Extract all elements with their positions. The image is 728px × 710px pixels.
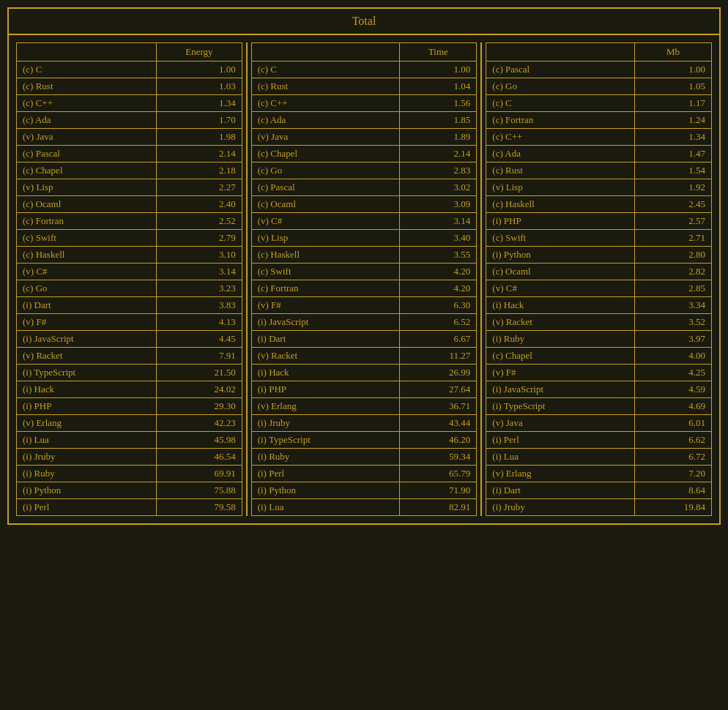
value-cell: 4.13 xyxy=(157,314,242,331)
table-row: (i) Dart6.67 xyxy=(251,331,477,348)
value-cell: 3.14 xyxy=(157,264,242,280)
value-cell: 71.90 xyxy=(400,482,477,499)
lang-cell: (i) Jruby xyxy=(486,499,635,516)
table-row: (c) Chapel2.14 xyxy=(251,146,477,162)
value-cell: 3.97 xyxy=(634,331,711,348)
lang-cell: (c) C++ xyxy=(486,129,635,146)
energy-value-header: Energy xyxy=(157,43,242,61)
lang-cell: (c) Swift xyxy=(486,230,635,247)
energy-lang-header xyxy=(17,43,157,61)
value-cell: 1.03 xyxy=(157,78,242,95)
value-cell: 26.99 xyxy=(400,365,477,381)
table-row: (i) PHP29.30 xyxy=(17,398,242,415)
table-row: (i) PHP2.57 xyxy=(486,213,712,230)
value-cell: 4.20 xyxy=(400,280,477,297)
table-row: (c) C++1.34 xyxy=(17,95,242,112)
value-cell: 2.57 xyxy=(634,213,711,230)
value-cell: 1.85 xyxy=(400,112,477,129)
lang-cell: (i) JavaScript xyxy=(17,331,157,348)
lang-cell: (c) Fortran xyxy=(486,112,635,129)
value-cell: 4.00 xyxy=(634,348,711,365)
table-row: (c) Haskell2.45 xyxy=(486,196,712,213)
lang-cell: (c) C++ xyxy=(251,95,400,112)
lang-cell: (i) Python xyxy=(251,482,400,499)
mb-lang-header xyxy=(486,43,635,61)
lang-cell: (i) Hack xyxy=(486,297,635,314)
table-row: (v) F#4.25 xyxy=(486,365,712,381)
lang-cell: (i) Jruby xyxy=(17,449,157,466)
table-row: (c) Rust1.54 xyxy=(486,162,712,179)
table-row: (i) PHP27.64 xyxy=(251,381,477,398)
value-cell: 3.34 xyxy=(634,297,711,314)
value-cell: 82.91 xyxy=(400,499,477,516)
value-cell: 24.02 xyxy=(157,381,242,398)
table-row: (c) Ada1.85 xyxy=(251,112,477,129)
table-row: (v) Racket7.91 xyxy=(17,348,242,365)
value-cell: 19.84 xyxy=(634,499,711,516)
lang-cell: (c) Swift xyxy=(17,230,157,247)
page-title: Total xyxy=(352,15,376,27)
value-cell: 2.40 xyxy=(157,196,242,213)
lang-cell: (i) Perl xyxy=(251,466,400,482)
lang-cell: (i) Perl xyxy=(17,499,157,516)
table-row: (i) Jruby19.84 xyxy=(486,499,712,516)
lang-cell: (v) Lisp xyxy=(251,230,400,247)
mb-section: Mb (c) Pascal1.00(c) Go1.05(c) C1.17(c) … xyxy=(480,42,716,516)
lang-cell: (v) C# xyxy=(486,280,635,297)
value-cell: 36.71 xyxy=(400,398,477,415)
value-cell: 2.83 xyxy=(400,162,477,179)
main-container: Total Energy (c) C1.00(c) Rust1.03(c) C+… xyxy=(7,7,721,525)
lang-cell: (i) TypeScript xyxy=(251,432,400,449)
table-row: (c) C1.00 xyxy=(17,61,242,78)
value-cell: 45.98 xyxy=(157,432,242,449)
value-cell: 2.82 xyxy=(634,264,711,280)
value-cell: 2.18 xyxy=(157,162,242,179)
value-cell: 1.00 xyxy=(400,61,477,78)
value-cell: 1.47 xyxy=(634,146,711,162)
lang-cell: (v) Erlang xyxy=(251,398,400,415)
value-cell: 79.58 xyxy=(157,499,242,516)
value-cell: 1.92 xyxy=(634,179,711,196)
table-row: (i) Python71.90 xyxy=(251,482,477,499)
value-cell: 2.14 xyxy=(400,146,477,162)
table-row: (i) Python75.88 xyxy=(17,482,242,499)
value-cell: 3.40 xyxy=(400,230,477,247)
lang-cell: (i) Python xyxy=(486,247,635,264)
value-cell: 1.17 xyxy=(634,95,711,112)
lang-cell: (c) Rust xyxy=(251,78,400,95)
value-cell: 3.14 xyxy=(400,213,477,230)
table-row: (i) Lua82.91 xyxy=(251,499,477,516)
table-row: (c) Fortran1.24 xyxy=(486,112,712,129)
value-cell: 1.98 xyxy=(157,129,242,146)
table-row: (c) Ada1.70 xyxy=(17,112,242,129)
table-row: (v) Racket3.52 xyxy=(486,314,712,331)
table-row: (i) Python2.80 xyxy=(486,247,712,264)
table-row: (i) Perl65.79 xyxy=(251,466,477,482)
lang-cell: (i) Lua xyxy=(486,449,635,466)
table-row: (i) TypeScript46.20 xyxy=(251,432,477,449)
table-row: (c) Ocaml3.09 xyxy=(251,196,477,213)
energy-section: Energy (c) C1.00(c) Rust1.03(c) C++1.34(… xyxy=(12,42,246,516)
table-row: (v) Java1.89 xyxy=(251,129,477,146)
value-cell: 1.00 xyxy=(634,61,711,78)
table-row: (i) JavaScript4.59 xyxy=(486,381,712,398)
value-cell: 27.64 xyxy=(400,381,477,398)
table-row: (v) Erlang36.71 xyxy=(251,398,477,415)
lang-cell: (c) C xyxy=(486,95,635,112)
lang-cell: (i) Jruby xyxy=(251,415,400,432)
lang-cell: (c) Ada xyxy=(17,112,157,129)
lang-cell: (i) JavaScript xyxy=(486,381,635,398)
table-row: (c) Swift2.71 xyxy=(486,230,712,247)
value-cell: 29.30 xyxy=(157,398,242,415)
value-cell: 1.34 xyxy=(634,129,711,146)
table-row: (c) Rust1.04 xyxy=(251,78,477,95)
table-row: (i) Jruby43.44 xyxy=(251,415,477,432)
value-cell: 75.88 xyxy=(157,482,242,499)
table-row: (i) Ruby3.97 xyxy=(486,331,712,348)
lang-cell: (c) Rust xyxy=(17,78,157,95)
value-cell: 3.52 xyxy=(634,314,711,331)
lang-cell: (v) C# xyxy=(251,213,400,230)
lang-cell: (c) Pascal xyxy=(17,146,157,162)
table-row: (i) Ruby59.34 xyxy=(251,449,477,466)
lang-cell: (i) Lua xyxy=(17,432,157,449)
